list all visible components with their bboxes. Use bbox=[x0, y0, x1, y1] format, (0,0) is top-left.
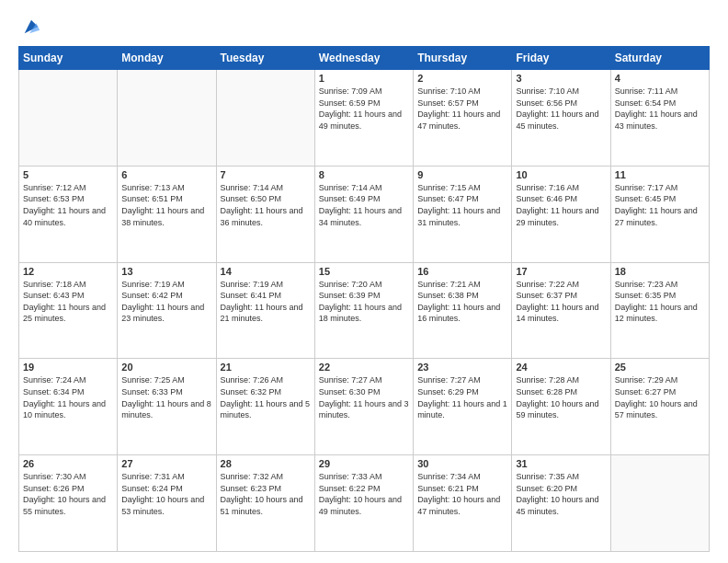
day-number: 25 bbox=[615, 362, 705, 373]
day-number: 30 bbox=[417, 458, 507, 469]
day-number: 18 bbox=[615, 266, 705, 277]
day-number: 23 bbox=[417, 362, 507, 373]
day-number: 6 bbox=[121, 169, 211, 180]
day-number: 29 bbox=[319, 458, 409, 469]
day-info: Sunrise: 7:10 AM Sunset: 6:56 PM Dayligh… bbox=[516, 86, 606, 132]
day-number: 19 bbox=[23, 362, 113, 373]
day-header-wednesday: Wednesday bbox=[314, 47, 413, 70]
calendar-cell: 31Sunrise: 7:35 AM Sunset: 6:20 PM Dayli… bbox=[512, 455, 610, 552]
calendar-cell: 18Sunrise: 7:23 AM Sunset: 6:35 PM Dayli… bbox=[610, 262, 709, 359]
day-info: Sunrise: 7:23 AM Sunset: 6:35 PM Dayligh… bbox=[615, 279, 705, 325]
calendar-cell: 5Sunrise: 7:12 AM Sunset: 6:53 PM Daylig… bbox=[19, 166, 118, 262]
day-number: 5 bbox=[23, 169, 113, 180]
calendar-cell: 15Sunrise: 7:20 AM Sunset: 6:39 PM Dayli… bbox=[314, 262, 413, 359]
day-info: Sunrise: 7:18 AM Sunset: 6:43 PM Dayligh… bbox=[23, 279, 113, 325]
calendar-cell: 6Sunrise: 7:13 AM Sunset: 6:51 PM Daylig… bbox=[118, 166, 216, 262]
day-info: Sunrise: 7:27 AM Sunset: 6:30 PM Dayligh… bbox=[319, 374, 409, 420]
calendar-cell: 11Sunrise: 7:17 AM Sunset: 6:45 PM Dayli… bbox=[610, 166, 709, 262]
day-number: 2 bbox=[417, 73, 507, 84]
day-number: 31 bbox=[516, 458, 606, 469]
day-info: Sunrise: 7:26 AM Sunset: 6:32 PM Dayligh… bbox=[221, 374, 311, 420]
calendar-cell: 2Sunrise: 7:10 AM Sunset: 6:57 PM Daylig… bbox=[414, 70, 512, 167]
calendar-cell: 16Sunrise: 7:21 AM Sunset: 6:38 PM Dayli… bbox=[414, 262, 512, 359]
day-info: Sunrise: 7:17 AM Sunset: 6:45 PM Dayligh… bbox=[615, 182, 705, 228]
day-info: Sunrise: 7:30 AM Sunset: 6:26 PM Dayligh… bbox=[23, 471, 113, 517]
day-number: 21 bbox=[221, 362, 311, 373]
calendar-table: SundayMondayTuesdayWednesdayThursdayFrid… bbox=[18, 46, 710, 552]
day-info: Sunrise: 7:14 AM Sunset: 6:50 PM Dayligh… bbox=[221, 182, 311, 228]
day-number: 10 bbox=[516, 169, 606, 180]
day-info: Sunrise: 7:09 AM Sunset: 6:59 PM Dayligh… bbox=[319, 86, 409, 132]
calendar-cell: 14Sunrise: 7:19 AM Sunset: 6:41 PM Dayli… bbox=[216, 262, 314, 359]
calendar-cell bbox=[118, 70, 216, 167]
day-info: Sunrise: 7:16 AM Sunset: 6:46 PM Dayligh… bbox=[516, 182, 606, 228]
day-info: Sunrise: 7:13 AM Sunset: 6:51 PM Dayligh… bbox=[121, 182, 211, 228]
day-header-friday: Friday bbox=[512, 47, 610, 70]
day-info: Sunrise: 7:35 AM Sunset: 6:20 PM Dayligh… bbox=[516, 471, 606, 517]
day-number: 8 bbox=[319, 169, 409, 180]
calendar-cell: 1Sunrise: 7:09 AM Sunset: 6:59 PM Daylig… bbox=[314, 70, 413, 167]
calendar-cell: 12Sunrise: 7:18 AM Sunset: 6:43 PM Dayli… bbox=[19, 262, 118, 359]
calendar-cell: 17Sunrise: 7:22 AM Sunset: 6:37 PM Dayli… bbox=[512, 262, 610, 359]
calendar-cell: 29Sunrise: 7:33 AM Sunset: 6:22 PM Dayli… bbox=[314, 455, 413, 552]
day-number: 28 bbox=[221, 458, 311, 469]
day-number: 7 bbox=[221, 169, 311, 180]
day-header-tuesday: Tuesday bbox=[216, 47, 314, 70]
calendar-cell: 3Sunrise: 7:10 AM Sunset: 6:56 PM Daylig… bbox=[512, 70, 610, 167]
page-header bbox=[18, 15, 710, 37]
day-info: Sunrise: 7:20 AM Sunset: 6:39 PM Dayligh… bbox=[319, 279, 409, 325]
day-header-monday: Monday bbox=[118, 47, 216, 70]
calendar-week-3: 12Sunrise: 7:18 AM Sunset: 6:43 PM Dayli… bbox=[19, 262, 710, 359]
day-header-thursday: Thursday bbox=[414, 47, 512, 70]
day-info: Sunrise: 7:34 AM Sunset: 6:21 PM Dayligh… bbox=[417, 471, 507, 517]
day-info: Sunrise: 7:29 AM Sunset: 6:27 PM Dayligh… bbox=[615, 374, 705, 420]
calendar-cell: 10Sunrise: 7:16 AM Sunset: 6:46 PM Dayli… bbox=[512, 166, 610, 262]
day-number: 17 bbox=[516, 266, 606, 277]
day-info: Sunrise: 7:19 AM Sunset: 6:42 PM Dayligh… bbox=[121, 279, 211, 325]
day-info: Sunrise: 7:28 AM Sunset: 6:28 PM Dayligh… bbox=[516, 374, 606, 420]
calendar-cell: 21Sunrise: 7:26 AM Sunset: 6:32 PM Dayli… bbox=[216, 359, 314, 455]
calendar-cell: 9Sunrise: 7:15 AM Sunset: 6:47 PM Daylig… bbox=[414, 166, 512, 262]
day-number: 1 bbox=[319, 73, 409, 84]
day-info: Sunrise: 7:10 AM Sunset: 6:57 PM Dayligh… bbox=[417, 86, 507, 132]
day-info: Sunrise: 7:27 AM Sunset: 6:29 PM Dayligh… bbox=[417, 374, 507, 420]
logo-icon bbox=[21, 17, 41, 37]
day-number: 3 bbox=[516, 73, 606, 84]
day-info: Sunrise: 7:12 AM Sunset: 6:53 PM Dayligh… bbox=[23, 182, 113, 228]
day-number: 9 bbox=[417, 169, 507, 180]
day-info: Sunrise: 7:22 AM Sunset: 6:37 PM Dayligh… bbox=[516, 279, 606, 325]
calendar-week-1: 1Sunrise: 7:09 AM Sunset: 6:59 PM Daylig… bbox=[19, 70, 710, 167]
day-info: Sunrise: 7:19 AM Sunset: 6:41 PM Dayligh… bbox=[221, 279, 311, 325]
day-info: Sunrise: 7:11 AM Sunset: 6:54 PM Dayligh… bbox=[615, 86, 705, 132]
day-number: 24 bbox=[516, 362, 606, 373]
calendar-cell: 24Sunrise: 7:28 AM Sunset: 6:28 PM Dayli… bbox=[512, 359, 610, 455]
calendar-cell: 25Sunrise: 7:29 AM Sunset: 6:27 PM Dayli… bbox=[610, 359, 709, 455]
calendar-week-2: 5Sunrise: 7:12 AM Sunset: 6:53 PM Daylig… bbox=[19, 166, 710, 262]
calendar-cell: 28Sunrise: 7:32 AM Sunset: 6:23 PM Dayli… bbox=[216, 455, 314, 552]
calendar-cell: 26Sunrise: 7:30 AM Sunset: 6:26 PM Dayli… bbox=[19, 455, 118, 552]
day-header-saturday: Saturday bbox=[610, 47, 709, 70]
day-number: 27 bbox=[121, 458, 211, 469]
day-number: 12 bbox=[23, 266, 113, 277]
calendar-cell: 13Sunrise: 7:19 AM Sunset: 6:42 PM Dayli… bbox=[118, 262, 216, 359]
day-info: Sunrise: 7:33 AM Sunset: 6:22 PM Dayligh… bbox=[319, 471, 409, 517]
logo bbox=[18, 15, 41, 37]
day-info: Sunrise: 7:24 AM Sunset: 6:34 PM Dayligh… bbox=[23, 374, 113, 420]
day-info: Sunrise: 7:32 AM Sunset: 6:23 PM Dayligh… bbox=[221, 471, 311, 517]
day-info: Sunrise: 7:21 AM Sunset: 6:38 PM Dayligh… bbox=[417, 279, 507, 325]
calendar-cell: 7Sunrise: 7:14 AM Sunset: 6:50 PM Daylig… bbox=[216, 166, 314, 262]
day-number: 11 bbox=[615, 169, 705, 180]
calendar-cell: 8Sunrise: 7:14 AM Sunset: 6:49 PM Daylig… bbox=[314, 166, 413, 262]
calendar-cell: 19Sunrise: 7:24 AM Sunset: 6:34 PM Dayli… bbox=[19, 359, 118, 455]
calendar-header-row: SundayMondayTuesdayWednesdayThursdayFrid… bbox=[19, 47, 710, 70]
calendar-cell bbox=[610, 455, 709, 552]
calendar-cell: 20Sunrise: 7:25 AM Sunset: 6:33 PM Dayli… bbox=[118, 359, 216, 455]
day-number: 15 bbox=[319, 266, 409, 277]
day-info: Sunrise: 7:15 AM Sunset: 6:47 PM Dayligh… bbox=[417, 182, 507, 228]
day-number: 22 bbox=[319, 362, 409, 373]
day-number: 4 bbox=[615, 73, 705, 84]
calendar-cell: 30Sunrise: 7:34 AM Sunset: 6:21 PM Dayli… bbox=[414, 455, 512, 552]
calendar-cell: 23Sunrise: 7:27 AM Sunset: 6:29 PM Dayli… bbox=[414, 359, 512, 455]
day-number: 26 bbox=[23, 458, 113, 469]
day-number: 16 bbox=[417, 266, 507, 277]
